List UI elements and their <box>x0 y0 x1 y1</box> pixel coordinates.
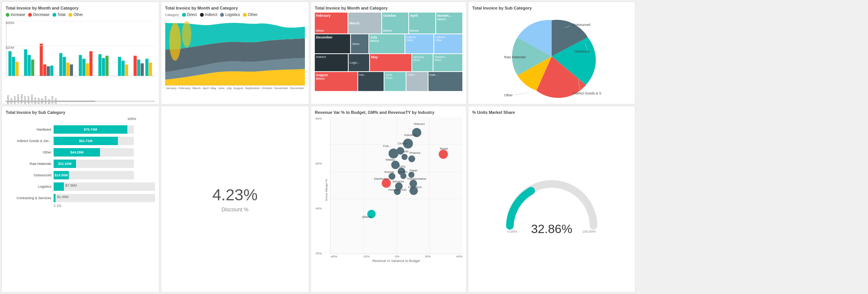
aug-direct: Direct <box>316 77 356 80</box>
jul-label: July <box>370 35 377 39</box>
bar-chart-area <box>6 21 155 76</box>
hbar-hw-track: $70.74M <box>54 125 134 134</box>
gauge-content: 0.00% 100.00% 32.86% <box>472 117 631 292</box>
chart2-legend: Category Direct Indirect Logistics Other <box>165 13 305 17</box>
ind1-label: Indirect <box>406 35 416 39</box>
svg-rect-17 <box>89 51 92 76</box>
hbar-log-track: $7.36M <box>54 182 155 191</box>
may-label: May <box>371 55 378 59</box>
label-transportation: Transportation <box>407 177 426 181</box>
svg-rect-12 <box>66 62 69 76</box>
label-telecom: Telecom <box>414 122 425 126</box>
hbar-contracting: Contracting & Services $1.49M <box>6 194 155 202</box>
oct-sub: Direct <box>383 29 407 32</box>
hbar-rm-track: $21.52M <box>54 160 134 168</box>
chart4-title: Total Invoice by Sub Category <box>472 6 631 10</box>
pie-label-hardware: Hardware <box>574 50 589 53</box>
svg-rect-25 <box>137 59 140 76</box>
treemap-indirect3: Indirect <box>315 54 348 71</box>
chart1-title: Total Invoice by Month and Category <box>6 6 155 10</box>
svg-rect-4 <box>28 55 31 76</box>
decrease-dot <box>28 13 32 17</box>
y-40: 40% <box>316 207 322 210</box>
svg-rect-16 <box>86 63 89 76</box>
hbar-hw-fill: $70.74M <box>54 125 127 134</box>
svg-rect-7 <box>43 64 46 76</box>
label-energy: Energy <box>384 170 394 174</box>
svg-rect-18 <box>98 54 102 76</box>
svg-rect-19 <box>102 58 105 76</box>
x-april: April <box>48 90 50 104</box>
x-axis-title: Revenue % Variance to Budget <box>330 259 462 263</box>
pie-svg: Outsourced Hardware Indirect Goods & Ser… <box>502 14 601 98</box>
label-paper: Paper <box>409 169 417 172</box>
card-scatter: Revenue Var % to Budget, GM% and Revenue… <box>311 106 467 292</box>
ind2-label: Indirect <box>435 35 445 39</box>
svg-rect-27 <box>145 59 148 76</box>
treemap-novem: Novem... Direct <box>436 13 462 34</box>
svg-rect-2 <box>16 62 19 76</box>
kpi-value: 4.23% <box>212 186 257 204</box>
label-retail: Retail <box>440 147 447 150</box>
svg-rect-6 <box>40 44 43 76</box>
legend-increase: Increase <box>6 13 25 17</box>
increase-dot <box>6 13 10 17</box>
svg-rect-1 <box>12 57 15 76</box>
x-direct1: Direct <box>37 90 40 104</box>
treemap-indirect2: Indirect Other <box>434 34 462 53</box>
bubble-metals <box>391 161 400 169</box>
x-0: 0% <box>395 255 400 258</box>
label-utilities: Utilities <box>398 170 408 174</box>
jun-direct: Direct <box>386 77 405 79</box>
direct-dot <box>182 13 186 17</box>
svg-rect-13 <box>70 64 73 76</box>
svg-rect-10 <box>59 53 62 76</box>
hbar-ig-label: Indirect Goods & Ser... <box>6 139 51 143</box>
pct100-label: 100% <box>127 117 136 121</box>
indirect-dot <box>200 13 204 17</box>
indirect-label: Indirect <box>205 13 217 17</box>
x-20: 20% <box>425 255 431 258</box>
svg-line-34 <box>514 93 529 95</box>
feb-sub: Other <box>316 29 346 32</box>
chart3-title: Total Invoice by Month and Category <box>315 6 462 10</box>
treemap-march: March <box>348 13 381 34</box>
y-axis-title: Gross Margin % <box>325 179 328 201</box>
hbar-other: Other $44.29M <box>6 148 155 157</box>
hbar-out-track: $14.55M <box>54 171 134 179</box>
scrollbar-thumb[interactable] <box>6 101 95 102</box>
card-treemap: Total Invoice by Month and Category Febr… <box>311 2 467 104</box>
treemap-may: May <box>370 54 411 71</box>
direct-label: Direct <box>187 13 197 17</box>
hbar-ig-fill: $61.71M <box>54 137 118 145</box>
treemap-august: August Direct <box>315 72 357 91</box>
pie-label-outsourced: Outsourced <box>573 23 590 27</box>
pie-wrapper: Outsourced Hardware Indirect Goods & Ser… <box>472 13 631 100</box>
scatter-wrapper: 80% 60% 40% 20% Gross Margin % Tel <box>330 117 462 263</box>
treemap-container: February Other March October Direct Apri… <box>315 13 462 94</box>
svg-rect-20 <box>105 56 108 76</box>
svg-rect-21 <box>118 57 121 76</box>
decrease-label: Decrease <box>33 13 49 17</box>
label-civilian: Civilian <box>398 142 408 145</box>
x-other3: Other <box>54 90 57 104</box>
treemap-logis: Logis... <box>349 54 369 71</box>
x-indirect4: Indirect <box>44 90 47 104</box>
chart8-title: % Units Market Share <box>472 110 631 115</box>
stream-svg <box>165 19 305 85</box>
bar-chart-wrapper: $30M $20M <box>6 19 155 89</box>
scatter-plot: Telecom Industrial Civilian Fed... Gas P… <box>330 117 462 254</box>
chart2-title: Total Invoice by Month and Category <box>165 6 305 10</box>
scrollbar-track[interactable] <box>6 101 155 102</box>
x-aug2: August <box>234 86 243 90</box>
gauge-value: 32.86% <box>531 222 573 236</box>
x-nov2: November <box>274 86 288 90</box>
label-metals: Metals <box>386 158 395 161</box>
svg-rect-15 <box>83 59 86 76</box>
bubble-utilities <box>400 173 406 179</box>
jan-tm-label: January <box>413 55 424 59</box>
svg-rect-8 <box>47 66 50 76</box>
dec-label: December <box>316 35 333 39</box>
y-axis-title-text: Gross Margin % <box>325 179 328 201</box>
hbar-oth-fill: $44.29M <box>54 148 100 157</box>
